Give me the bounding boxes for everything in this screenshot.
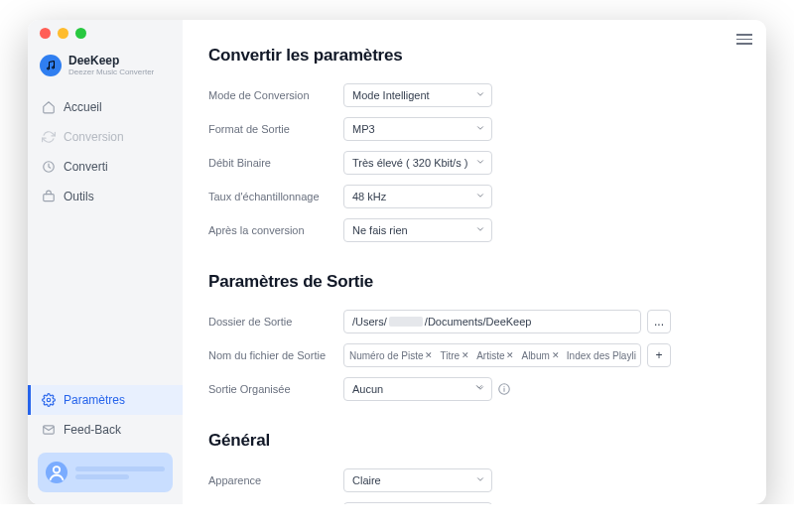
sidebar-item-settings[interactable]: Paramètres: [28, 385, 183, 415]
sidebar-item-label: Feed-Back: [64, 423, 121, 437]
sidebar-item-home[interactable]: Accueil: [28, 92, 183, 122]
svg-point-1: [53, 66, 55, 68]
tag-album[interactable]: Album✕: [519, 350, 561, 361]
user-placeholder: [75, 466, 165, 479]
section-title-output: Paramètres de Sortie: [208, 272, 740, 292]
label-appearance: Apparence: [208, 474, 343, 486]
refresh-icon: [42, 130, 56, 144]
select-output-format[interactable]: MP3: [343, 117, 492, 141]
menu-button[interactable]: [736, 34, 752, 45]
clock-icon: [42, 160, 56, 174]
close-icon[interactable]: ✕: [462, 350, 469, 360]
chevron-down-icon: [475, 191, 485, 202]
svg-point-4: [47, 398, 51, 402]
redacted-text: [389, 317, 423, 327]
label-output-folder: Dossier de Sortie: [208, 316, 343, 328]
svg-point-6: [54, 466, 60, 472]
sidebar-item-conversion[interactable]: Conversion: [28, 122, 183, 152]
close-icon[interactable]: ✕: [552, 350, 560, 360]
app-window: DeeKeep Deezer Music Converter Accueil C…: [28, 20, 766, 504]
select-bitrate[interactable]: Très élevé ( 320 Kbit/s ): [343, 151, 492, 175]
chevron-down-icon: [475, 383, 485, 395]
tag-playlist-index[interactable]: Index des Playli: [565, 350, 638, 361]
chevron-down-icon: [475, 157, 485, 169]
select-language[interactable]: Français: [343, 502, 492, 504]
window-controls: [28, 20, 86, 46]
label-output-filename: Nom du fichier de Sortie: [208, 349, 343, 361]
close-icon[interactable]: ✕: [506, 350, 514, 360]
select-sample-rate[interactable]: 48 kHz: [343, 185, 492, 208]
svg-rect-3: [44, 195, 55, 201]
label-sample-rate: Taux d'échantillonnage: [208, 191, 343, 202]
section-title-convert: Convertir les paramètres: [208, 46, 740, 66]
user-card[interactable]: [38, 453, 173, 492]
tag-artist[interactable]: Artiste✕: [474, 350, 516, 361]
add-tag-button[interactable]: +: [647, 343, 671, 367]
main-content: Convertir les paramètres Mode de Convers…: [183, 20, 766, 504]
brand-subtitle: Deezer Music Converter: [68, 67, 154, 76]
sidebar-item-label: Outils: [64, 190, 94, 203]
section-title-general: Général: [208, 431, 740, 451]
chevron-down-icon: [475, 89, 485, 101]
app-logo-icon: [40, 55, 62, 76]
tag-title[interactable]: Titre✕: [438, 350, 471, 361]
brand-name: DeeKeep: [68, 54, 154, 67]
avatar-icon: [46, 462, 67, 483]
select-organized-output[interactable]: Aucun: [343, 377, 492, 401]
close-icon[interactable]: ✕: [425, 350, 433, 360]
svg-point-0: [48, 67, 50, 69]
toolbox-icon: [42, 190, 56, 203]
tag-track-number[interactable]: Numéro de Piste✕: [347, 350, 435, 361]
label-output-format: Format de Sortie: [208, 123, 343, 135]
info-icon[interactable]: [497, 382, 511, 396]
minimize-window-button[interactable]: [58, 28, 68, 39]
label-bitrate: Débit Binaire: [208, 157, 343, 169]
select-conversion-mode[interactable]: Mode Intelligent: [343, 83, 492, 107]
sidebar-item-tools[interactable]: Outils: [28, 182, 183, 211]
chevron-down-icon: [475, 474, 485, 486]
browse-folder-button[interactable]: ...: [647, 310, 671, 333]
output-folder-input[interactable]: /Users//Documents/DeeKeep: [343, 310, 641, 333]
brand: DeeKeep Deezer Music Converter: [28, 54, 183, 90]
select-after-conversion[interactable]: Ne fais rien: [343, 218, 492, 242]
close-window-button[interactable]: [40, 28, 51, 39]
sidebar-item-label: Paramètres: [64, 393, 125, 407]
chevron-down-icon: [475, 224, 485, 236]
label-conversion-mode: Mode de Conversion: [208, 89, 343, 101]
select-appearance[interactable]: Claire: [343, 468, 492, 492]
chevron-down-icon: [475, 123, 485, 135]
sidebar: DeeKeep Deezer Music Converter Accueil C…: [28, 20, 183, 504]
sidebar-item-converted[interactable]: Converti: [28, 152, 183, 182]
label-organized-output: Sortie Organisée: [208, 383, 343, 395]
label-after-conversion: Après la conversion: [208, 224, 343, 236]
home-icon: [42, 100, 56, 114]
mail-icon: [42, 423, 56, 437]
sidebar-item-label: Converti: [64, 160, 108, 174]
sidebar-item-label: Conversion: [64, 130, 124, 144]
sidebar-item-feedback[interactable]: Feed-Back: [28, 415, 183, 445]
filename-tags-input[interactable]: Numéro de Piste✕ Titre✕ Artiste✕ Album✕ …: [343, 343, 641, 367]
sidebar-item-label: Accueil: [64, 100, 102, 114]
gear-icon: [42, 393, 56, 407]
maximize-window-button[interactable]: [75, 28, 86, 39]
